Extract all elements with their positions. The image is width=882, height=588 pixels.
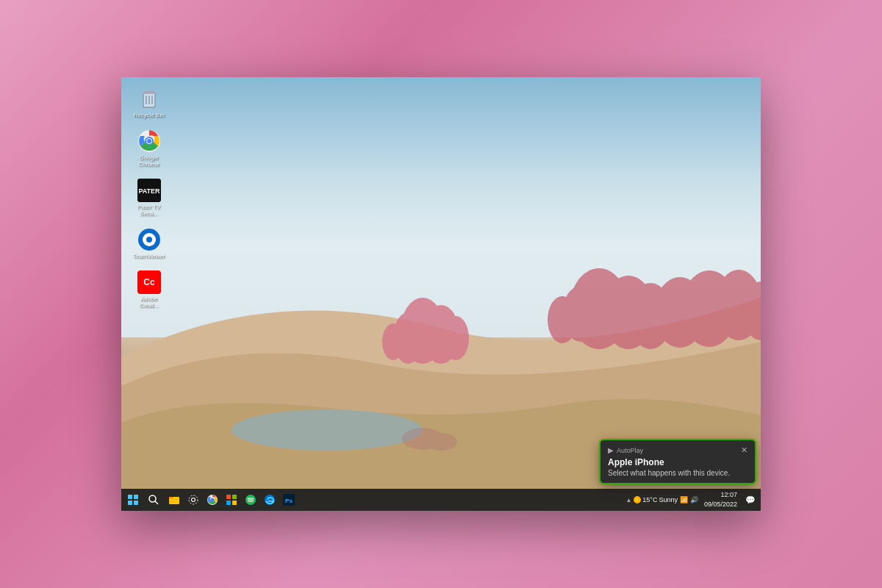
svg-rect-53 (232, 501, 237, 505)
weather-sun-icon (634, 496, 641, 503)
edge-button[interactable] (261, 491, 279, 509)
desktop-icons: Recycle Bin G (129, 85, 169, 312)
svg-point-49 (211, 498, 215, 502)
tray-arrow[interactable]: ▲ (625, 497, 631, 503)
svg-point-4 (442, 316, 469, 360)
volume-icon[interactable]: 🔊 (690, 496, 698, 503)
icon-teamviewer[interactable]: TeamViewer (129, 226, 169, 262)
teamviewer-label: TeamViewer (133, 253, 165, 260)
desktop: Recycle Bin G (121, 77, 761, 511)
photoshop-button[interactable]: Ps (280, 491, 298, 509)
svg-text:PATER: PATER (138, 187, 160, 195)
patertv-label: Pater TV Seca... (131, 204, 167, 218)
settings-button[interactable] (184, 491, 202, 509)
svg-rect-39 (128, 495, 132, 499)
svg-line-44 (155, 501, 158, 504)
svg-rect-51 (232, 495, 237, 499)
chrome-label: Google Chrome (131, 154, 167, 168)
chrome-icon-img (137, 129, 161, 153)
recycle-bin-label: Recycle Bin (133, 112, 164, 119)
store-button[interactable] (223, 491, 240, 509)
svg-point-43 (149, 495, 156, 502)
svg-point-0 (232, 409, 423, 451)
toast-device-name: Apple iPhone (608, 457, 747, 467)
clock[interactable]: 12:07 09/05/2022 (701, 490, 740, 509)
toast-header: ▶ AutoPlay ✕ (608, 446, 747, 454)
start-button[interactable] (124, 491, 142, 509)
svg-point-5 (382, 323, 404, 360)
svg-rect-42 (134, 501, 138, 505)
icon-recycle-bin[interactable]: Recycle Bin (129, 85, 169, 121)
toast-app-name: AutoPlay (617, 447, 643, 454)
chrome-taskbar-button[interactable] (204, 491, 221, 509)
search-button[interactable] (143, 491, 164, 509)
recycle-bin-icon-img (137, 87, 161, 110)
adobe-label: Adobe Creat... (131, 295, 167, 309)
taskbar: Ps ▲ 15°C Sunny 📶 🔊 (121, 489, 761, 511)
svg-rect-50 (226, 495, 231, 499)
spotify-button[interactable] (242, 491, 259, 509)
patertv-icon-img: PATER (137, 179, 161, 202)
svg-rect-19 (146, 90, 153, 93)
system-tray: ▲ 15°C Sunny 📶 🔊 (625, 496, 698, 503)
toast-title-row: ▶ AutoPlay (608, 446, 643, 454)
adobe-icon-img: Cc (137, 270, 161, 294)
screen-wrapper: Recycle Bin G (121, 77, 761, 511)
icon-google-chrome[interactable]: Google Chrome (129, 127, 169, 171)
icon-pater-tv[interactable]: PATER Pater TV Seca... (129, 176, 169, 220)
taskbar-right: ▲ 15°C Sunny 📶 🔊 12:07 09/05/2022 💬 (625, 490, 758, 509)
icon-adobe-cc[interactable]: Cc Adobe Creat... (129, 268, 169, 312)
file-explorer-button[interactable] (165, 491, 183, 509)
svg-rect-41 (128, 501, 132, 505)
svg-point-47 (189, 495, 198, 504)
weather-indicator: 15°C Sunny (634, 496, 678, 503)
notification-toast[interactable]: ▶ AutoPlay ✕ Apple iPhone Select what ha… (600, 440, 755, 483)
weather-temp: 15°C (642, 496, 657, 503)
weather-condition: Sunny (659, 496, 678, 503)
svg-rect-40 (134, 495, 138, 499)
clock-time: 12:07 (704, 490, 737, 500)
toast-message: Select what happens with this device. (608, 469, 747, 477)
taskbar-left: Ps (124, 491, 298, 509)
svg-rect-52 (226, 501, 231, 505)
svg-point-46 (192, 498, 196, 502)
autoplay-icon: ▶ (608, 446, 614, 454)
svg-point-32 (146, 237, 152, 243)
toast-close-button[interactable]: ✕ (741, 446, 747, 454)
svg-point-14 (548, 296, 577, 343)
notification-center-icon[interactable]: 💬 (743, 495, 758, 505)
svg-text:Ps: Ps (285, 498, 293, 504)
clock-date: 09/05/2022 (704, 500, 737, 509)
teamviewer-icon-img (137, 228, 161, 251)
svg-rect-18 (142, 93, 157, 94)
network-icon[interactable]: 📶 (680, 496, 688, 503)
svg-text:Cc: Cc (143, 277, 155, 287)
svg-point-27 (147, 139, 151, 143)
svg-point-16 (425, 433, 457, 451)
